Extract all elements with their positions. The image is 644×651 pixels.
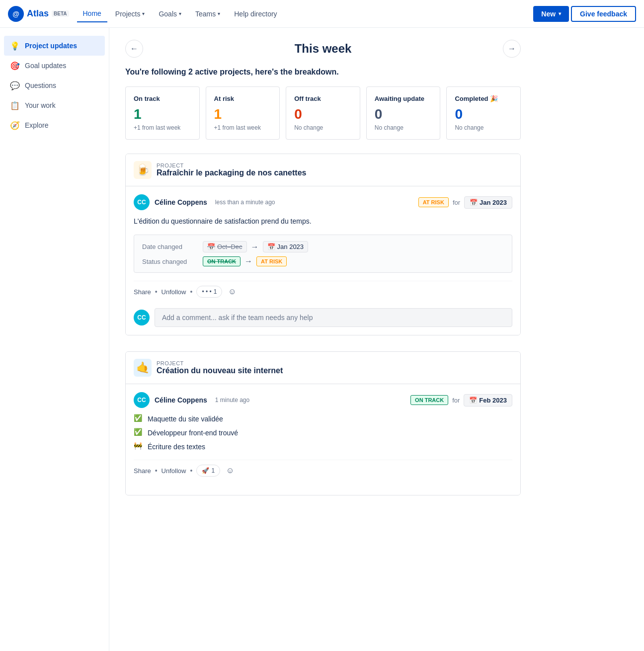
sidebar-item-explore[interactable]: 🧭 Explore <box>4 115 105 135</box>
sidebar-item-your-work[interactable]: 📋 Your work <box>4 95 105 115</box>
status-badge-0: AT RISK <box>418 197 449 207</box>
comment-input-0[interactable]: Add a comment... ask if the team needs a… <box>155 308 512 327</box>
old-status-badge: ON TRACK <box>203 256 241 266</box>
new-button[interactable]: New ▾ <box>533 6 569 22</box>
project-meta-1: Project <box>157 360 283 366</box>
unfollow-link-0[interactable]: Unfollow <box>161 288 186 296</box>
stat-change: +1 from last week <box>134 124 191 131</box>
stat-card-completed: Completed 🎉 0 No change <box>446 86 521 140</box>
dots-icon: • • • <box>202 288 211 295</box>
nav-help-directory[interactable]: Help directory <box>228 6 283 22</box>
project-header-1: 🤙 Project Création du nouveau site inter… <box>126 352 520 384</box>
author-name-1: Céline Coppens <box>155 396 207 404</box>
stat-change: No change <box>294 124 352 131</box>
change-label-date: Date changed <box>142 243 197 250</box>
old-date-tag: 📅 Oct–Dec <box>203 241 247 252</box>
chevron-down-icon: ▾ <box>142 11 145 16</box>
stats-row: On track 1 +1 from last week At risk 1 +… <box>125 86 521 140</box>
update-header-1: CC Céline Coppens 1 minute ago ON TRACK … <box>134 392 512 408</box>
logo-text: Atlas <box>27 8 49 19</box>
logo[interactable]: @ Atlas BETA <box>8 6 69 22</box>
date-chip-1: 📅 Feb 2023 <box>464 394 512 407</box>
stat-change: No change <box>375 124 432 131</box>
stat-card-at-risk: At risk 1 +1 from last week <box>206 86 280 140</box>
stat-card-awaiting: Awaiting update 0 No change <box>366 86 441 140</box>
chevron-down-icon: ▾ <box>559 11 561 16</box>
stat-label: Awaiting update <box>375 95 432 102</box>
clipboard-icon: 📋 <box>10 100 20 110</box>
next-week-button[interactable]: → <box>503 40 521 58</box>
stat-number: 1 <box>134 106 191 122</box>
status-badge-1: ON TRACK <box>410 395 448 405</box>
update-status-0: AT RISK for 📅 Jan 2023 <box>418 196 512 209</box>
avatar-1: CC <box>134 392 150 408</box>
author-time-0: less than a minute ago <box>215 199 275 206</box>
prev-week-button[interactable]: ← <box>125 40 143 58</box>
topnav: @ Atlas BETA Home Projects ▾ Goals ▾ Tea… <box>0 0 644 28</box>
project-emoji-1: 🤙 <box>134 359 152 377</box>
sidebar: 💡 Project updates 🎯 Goal updates 💬 Quest… <box>0 28 109 651</box>
calendar-icon: 📅 <box>470 199 478 206</box>
give-feedback-button[interactable]: Give feedback <box>571 6 636 22</box>
project-card-1: 🤙 Project Création du nouveau site inter… <box>125 351 521 495</box>
change-value-date: 📅 Oct–Dec → 📅 Jan 2023 <box>203 241 308 252</box>
nav-goals[interactable]: Goals ▾ <box>153 6 187 22</box>
lightbulb-icon: 💡 <box>10 41 20 51</box>
stat-number: 0 <box>375 106 432 122</box>
week-header: ← This week → <box>125 40 521 58</box>
check-item-2: 🚧 Écriture des textes <box>134 442 512 452</box>
share-link-0[interactable]: Share <box>134 288 151 296</box>
check-done-icon: ✅ <box>134 414 144 424</box>
nav-teams[interactable]: Teams ▾ <box>189 6 226 22</box>
week-title: This week <box>143 42 503 56</box>
date-chip-0: 📅 Jan 2023 <box>464 196 512 209</box>
calendar-icon: 📅 <box>207 243 215 250</box>
compass-icon: 🧭 <box>10 120 20 130</box>
reaction-button-0[interactable]: • • • 1 <box>196 286 222 298</box>
comment-avatar-0: CC <box>134 310 150 326</box>
sidebar-item-project-updates[interactable]: 💡 Project updates <box>4 36 105 56</box>
stat-change: No change <box>455 124 512 131</box>
check-done-icon: ✅ <box>134 428 144 438</box>
comment-row-0: CC Add a comment... ask if the team need… <box>134 308 512 327</box>
stat-label: On track <box>134 95 191 102</box>
main-content: ← This week → You're following 2 active … <box>109 28 537 651</box>
stat-number: 0 <box>455 106 512 122</box>
page-layout: 💡 Project updates 🎯 Goal updates 💬 Quest… <box>0 28 644 651</box>
calendar-icon: 📅 <box>469 397 477 404</box>
check-item-1: ✅ Développeur front-end trouvé <box>134 428 512 438</box>
new-status-badge: AT RISK <box>256 256 287 266</box>
share-link-1[interactable]: Share <box>134 467 151 475</box>
unfollow-link-1[interactable]: Unfollow <box>161 467 186 475</box>
sidebar-item-questions[interactable]: 💬 Questions <box>4 76 105 95</box>
emoji-react-button-1[interactable]: ☺ <box>224 464 236 477</box>
reaction-button-1[interactable]: 🚀 1 <box>196 465 220 477</box>
sidebar-item-goal-updates[interactable]: 🎯 Goal updates <box>4 56 105 76</box>
check-wip-icon: 🚧 <box>134 442 144 452</box>
change-label-status: Status changed <box>142 258 197 265</box>
check-item-0: ✅ Maquette du site validée <box>134 414 512 424</box>
update-body-0: L'édition du questionnaire de satisfacti… <box>134 216 512 227</box>
update-status-1: ON TRACK for 📅 Feb 2023 <box>410 394 512 407</box>
following-text: You're following 2 active projects, here… <box>125 68 521 77</box>
chevron-down-icon: ▾ <box>179 11 181 16</box>
nav-projects[interactable]: Projects ▾ <box>109 6 151 22</box>
update-card-1: CC Céline Coppens 1 minute ago ON TRACK … <box>126 384 520 495</box>
actions-row-0: Share • Unfollow • • • • 1 ☺ <box>134 281 512 302</box>
project-name-0[interactable]: Rafraîchir le packaging de nos canettes <box>157 168 306 177</box>
for-label-1: for <box>452 397 460 404</box>
new-date-tag: 📅 Jan 2023 <box>263 241 309 252</box>
emoji-react-button-0[interactable]: ☺ <box>226 285 238 298</box>
update-card-0: CC Céline Coppens less than a minute ago… <box>126 186 520 335</box>
goal-icon: 🎯 <box>10 61 20 71</box>
for-label-0: for <box>453 199 460 206</box>
check-text-2: Écriture des textes <box>148 443 205 451</box>
chevron-down-icon: ▾ <box>218 11 220 16</box>
change-box-0: Date changed 📅 Oct–Dec → 📅 Jan 2023 <box>134 235 512 273</box>
actions-row-1: Share • Unfollow • 🚀 1 ☺ <box>134 460 512 481</box>
project-name-1[interactable]: Création du nouveau site internet <box>157 366 283 375</box>
change-row-date: Date changed 📅 Oct–Dec → 📅 Jan 2023 <box>142 241 504 252</box>
avatar-0: CC <box>134 194 150 210</box>
nav-home[interactable]: Home <box>77 5 107 22</box>
stat-number: 1 <box>214 106 272 122</box>
